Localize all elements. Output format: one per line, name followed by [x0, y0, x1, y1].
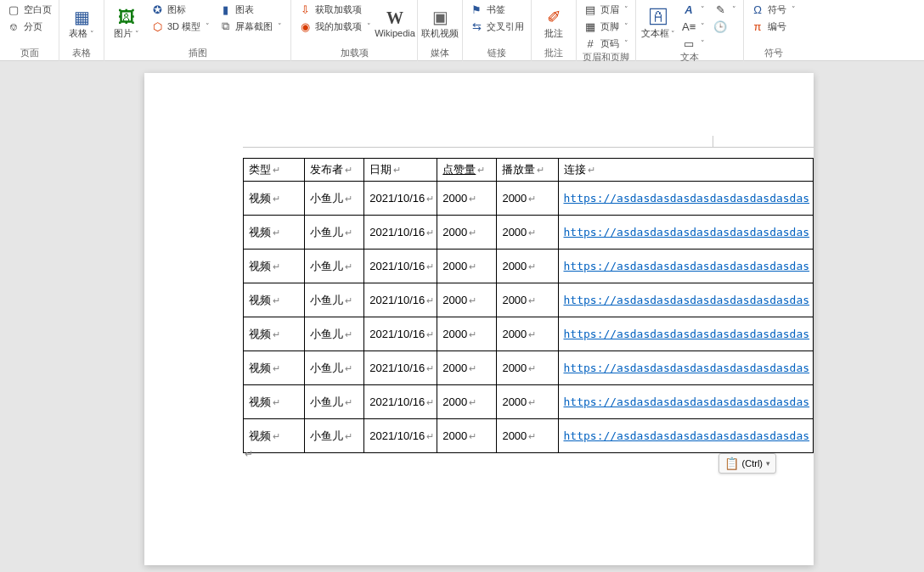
- table-cell[interactable]: 视频↵: [244, 216, 305, 250]
- bookmark-button[interactable]: ⚑书签: [466, 2, 527, 17]
- link[interactable]: https://asdasdasdasdasdasdasdasdasdas: [564, 294, 810, 306]
- table-cell[interactable]: 视频↵: [244, 283, 305, 317]
- table-cell[interactable]: https://asdasdasdasdasdasdasdasdasdas: [558, 419, 814, 453]
- table-cell[interactable]: https://asdasdasdasdasdasdasdasdasdas: [558, 250, 814, 283]
- ribbon: ▢空白页 ⎊分页 页面 ▦ 表格 表格 🖼 图片 ✪图标 ⬡3D 模型 ▮: [0, 0, 924, 61]
- table-cell[interactable]: 视频↵: [244, 351, 305, 385]
- link[interactable]: https://asdasdasdasdasdasdasdasdasdas: [564, 362, 810, 374]
- symbol-icon: Ω: [751, 3, 764, 16]
- table-cell[interactable]: 小鱼儿↵: [305, 283, 364, 317]
- symbol-button[interactable]: Ω符号: [747, 2, 799, 17]
- table-cell[interactable]: 2000↵: [437, 250, 497, 283]
- table-cell[interactable]: 小鱼儿↵: [305, 419, 364, 453]
- dropcap-button[interactable]: A≡: [679, 19, 708, 34]
- table-row[interactable]: 视频↵小鱼儿↵2021/10/16↵2000↵2000↵https://asda…: [244, 385, 814, 419]
- table-cell[interactable]: https://asdasdasdasdasdasdasdasdasdas: [558, 283, 814, 317]
- table-cell[interactable]: 2000↵: [497, 317, 558, 351]
- comment-label: 批注: [544, 27, 563, 40]
- textbox-button[interactable]: 🄰 文本框: [639, 2, 677, 46]
- wordart-button[interactable]: A: [679, 2, 708, 17]
- table-row[interactable]: 视频↵小鱼儿↵2021/10/16↵2000↵2000↵https://asda…: [244, 351, 814, 385]
- table-cell[interactable]: 2000↵: [437, 317, 497, 351]
- table-cell[interactable]: 2000↵: [497, 216, 558, 250]
- icons-button[interactable]: ✪图标: [147, 2, 213, 17]
- table-cell[interactable]: 2000↵: [497, 182, 558, 216]
- table-cell[interactable]: 小鱼儿↵: [305, 317, 364, 351]
- table-cell[interactable]: 2000↵: [437, 419, 497, 453]
- table-cell[interactable]: 2000↵: [497, 385, 558, 419]
- table-cell[interactable]: 小鱼儿↵: [305, 385, 364, 419]
- document-page[interactable]: 类型↵ 发布者↵ 日期↵ 点赞量↵ 播放量↵ 连接↵ 视频↵小鱼儿↵2021/1…: [144, 73, 814, 565]
- my-addins-button[interactable]: ◉我的加载项: [295, 19, 375, 34]
- footer-button[interactable]: ▦页脚: [580, 19, 632, 34]
- equation-button[interactable]: π编号: [747, 19, 799, 34]
- link[interactable]: https://asdasdasdasdasdasdasdasdasdas: [564, 192, 810, 205]
- table-row[interactable]: 视频↵小鱼儿↵2021/10/16↵2000↵2000↵https://asda…: [244, 216, 814, 250]
- link[interactable]: https://asdasdasdasdasdasdasdasdasdas: [564, 429, 810, 442]
- group-label-media: 媒体: [421, 47, 459, 61]
- table-row[interactable]: 视频↵小鱼儿↵2021/10/16↵2000↵2000↵https://asda…: [244, 283, 814, 317]
- model3d-button[interactable]: ⬡3D 模型: [147, 19, 213, 34]
- date-button[interactable]: 🕒: [710, 19, 740, 34]
- chart-button[interactable]: ▮图表: [215, 2, 285, 17]
- table-cell[interactable]: 2021/10/16↵: [364, 283, 437, 317]
- table-cell[interactable]: 2021/10/16↵: [364, 351, 437, 385]
- link[interactable]: https://asdasdasdasdasdasdasdasdasdas: [564, 260, 810, 272]
- table-cell[interactable]: 小鱼儿↵: [305, 250, 364, 283]
- table-cell[interactable]: 2000↵: [437, 182, 497, 216]
- table-cell[interactable]: 小鱼儿↵: [305, 216, 364, 250]
- get-addins-button[interactable]: ⇩获取加载项: [295, 2, 375, 17]
- comment-button[interactable]: ✐ 批注: [535, 2, 572, 46]
- clipboard-icon: 📋: [724, 457, 739, 470]
- table-button[interactable]: ▦ 表格: [63, 2, 100, 46]
- table-cell[interactable]: 2000↵: [437, 283, 497, 317]
- table-cell[interactable]: 2021/10/16↵: [364, 216, 437, 250]
- table-cell[interactable]: 2000↵: [497, 250, 558, 283]
- table-cell[interactable]: 2000↵: [437, 385, 497, 419]
- table-cell[interactable]: 2000↵: [497, 419, 558, 453]
- blank-page-button[interactable]: ▢空白页: [3, 2, 55, 17]
- online-video-button[interactable]: ▣ 联机视频: [421, 2, 459, 46]
- table-cell[interactable]: 2000↵: [437, 216, 497, 250]
- picture-button[interactable]: 🖼 图片: [108, 2, 145, 46]
- table-cell[interactable]: https://asdasdasdasdasdasdasdasdasdas: [558, 385, 814, 419]
- header-button[interactable]: ▤页眉: [580, 2, 632, 17]
- paste-options-button[interactable]: 📋 (Ctrl): [718, 453, 776, 474]
- table-cell[interactable]: https://asdasdasdasdasdasdasdasdasdas: [558, 182, 814, 216]
- icons-icon: ✪: [150, 3, 164, 16]
- table-cell[interactable]: 2021/10/16↵: [364, 385, 437, 419]
- table-cell[interactable]: 2021/10/16↵: [364, 317, 437, 351]
- cross-ref-button[interactable]: ⇆交叉引用: [466, 19, 527, 34]
- table-cell[interactable]: 2000↵: [497, 283, 558, 317]
- table-cell[interactable]: https://asdasdasdasdasdasdasdasdasdas: [558, 216, 814, 250]
- table-cell[interactable]: 2021/10/16↵: [364, 250, 437, 283]
- screenshot-button[interactable]: ⧉屏幕截图: [215, 19, 285, 34]
- page-break-button[interactable]: ⎊分页: [3, 19, 55, 34]
- table-cell[interactable]: 2000↵: [437, 351, 497, 385]
- table-row[interactable]: 视频↵小鱼儿↵2021/10/16↵2000↵2000↵https://asda…: [244, 419, 814, 453]
- table-cell[interactable]: 小鱼儿↵: [305, 182, 364, 216]
- table-cell[interactable]: 2021/10/16↵: [364, 182, 437, 216]
- table-cell[interactable]: 视频↵: [244, 182, 305, 216]
- table-cell[interactable]: https://asdasdasdasdasdasdasdasdasdas: [558, 351, 814, 385]
- header-publisher: 发布者↵: [305, 159, 364, 182]
- table-cell[interactable]: 2000↵: [497, 351, 558, 385]
- link[interactable]: https://asdasdasdasdasdasdasdasdasdas: [564, 328, 810, 340]
- wikipedia-button[interactable]: W Wikipedia: [376, 2, 414, 46]
- page-number-button[interactable]: #页码: [580, 36, 632, 51]
- table-row[interactable]: 视频↵小鱼儿↵2021/10/16↵2000↵2000↵https://asda…: [244, 182, 814, 216]
- table-row[interactable]: 视频↵小鱼儿↵2021/10/16↵2000↵2000↵https://asda…: [244, 317, 814, 351]
- link[interactable]: https://asdasdasdasdasdasdasdasdasdas: [564, 395, 810, 408]
- data-table[interactable]: 类型↵ 发布者↵ 日期↵ 点赞量↵ 播放量↵ 连接↵ 视频↵小鱼儿↵2021/1…: [243, 158, 814, 453]
- table-cell[interactable]: 视频↵: [244, 385, 305, 419]
- screenshot-icon: ⧉: [218, 20, 232, 33]
- table-row[interactable]: 视频↵小鱼儿↵2021/10/16↵2000↵2000↵https://asda…: [244, 250, 814, 283]
- link[interactable]: https://asdasdasdasdasdasdasdasdasdas: [564, 226, 810, 238]
- sig-button[interactable]: ✎: [710, 2, 740, 17]
- table-cell[interactable]: 小鱼儿↵: [305, 351, 364, 385]
- table-cell[interactable]: 视频↵: [244, 317, 305, 351]
- table-cell[interactable]: 视频↵: [244, 250, 305, 283]
- table-cell[interactable]: https://asdasdasdasdasdasdasdasdasdas: [558, 317, 814, 351]
- table-cell[interactable]: 2021/10/16↵: [364, 419, 437, 453]
- object-button[interactable]: ▭: [679, 36, 708, 51]
